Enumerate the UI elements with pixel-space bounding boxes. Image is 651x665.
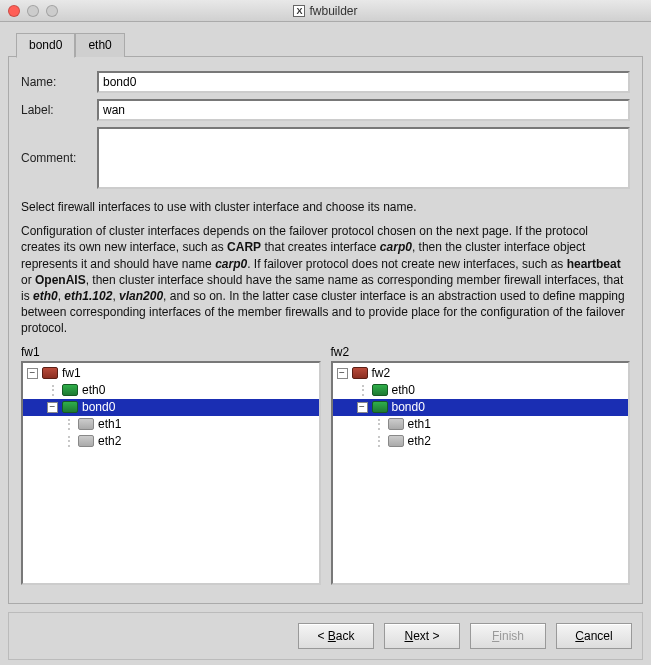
interface-icon bbox=[372, 384, 388, 396]
expander-icon[interactable]: − bbox=[357, 402, 368, 413]
label-input[interactable] bbox=[97, 99, 630, 121]
tree-row-root[interactable]: − fw1 bbox=[23, 365, 319, 382]
tree-row-if[interactable]: ⋮ eth0 bbox=[23, 382, 319, 399]
sub-interface-icon bbox=[388, 418, 404, 430]
tree-guide: ⋮ bbox=[373, 417, 384, 431]
tree-item-label: bond0 bbox=[82, 400, 115, 414]
tree-item-label: eth1 bbox=[98, 417, 121, 431]
tree-guide: ⋮ bbox=[373, 434, 384, 448]
close-window-button[interactable] bbox=[8, 5, 20, 17]
titlebar: X fwbuilder bbox=[0, 0, 651, 22]
expander-icon[interactable]: − bbox=[337, 368, 348, 379]
tree-guide: ⋮ bbox=[357, 383, 368, 397]
tree-item-label: eth1 bbox=[408, 417, 431, 431]
tree-row-sub[interactable]: ⋮ eth1 bbox=[23, 416, 319, 433]
firewall-icon bbox=[352, 367, 368, 379]
tree-item-label: eth2 bbox=[408, 434, 431, 448]
tree-row-if[interactable]: ⋮ eth0 bbox=[333, 382, 629, 399]
tree-row-if-selected[interactable]: − bond0 bbox=[23, 399, 319, 416]
desc-line1: Select firewall interfaces to use with c… bbox=[21, 199, 630, 215]
firewall-icon bbox=[42, 367, 58, 379]
tree-row-sub[interactable]: ⋮ eth2 bbox=[333, 433, 629, 450]
tree-left[interactable]: − fw1 ⋮ eth0 − bond0 bbox=[21, 361, 321, 585]
tree-item-label: fw2 bbox=[372, 366, 391, 380]
expander-icon[interactable]: − bbox=[27, 368, 38, 379]
tree-row-if-selected[interactable]: − bond0 bbox=[333, 399, 629, 416]
tree-guide: ⋮ bbox=[47, 383, 58, 397]
interface-icon bbox=[62, 401, 78, 413]
tree-item-label: eth2 bbox=[98, 434, 121, 448]
tree-item-label: bond0 bbox=[392, 400, 425, 414]
tree-right[interactable]: − fw2 ⋮ eth0 − bond0 bbox=[331, 361, 631, 585]
tree-row-sub[interactable]: ⋮ eth1 bbox=[333, 416, 629, 433]
tree-row-sub[interactable]: ⋮ eth2 bbox=[23, 433, 319, 450]
tree-right-label: fw2 bbox=[331, 345, 631, 359]
minimize-window-button[interactable] bbox=[27, 5, 39, 17]
tree-item-label: fw1 bbox=[62, 366, 81, 380]
window-controls bbox=[0, 5, 58, 17]
zoom-window-button[interactable] bbox=[46, 5, 58, 17]
app-icon: X bbox=[293, 5, 305, 17]
tab-bond0[interactable]: bond0 bbox=[16, 33, 75, 58]
tree-item-label: eth0 bbox=[392, 383, 415, 397]
tree-left-label: fw1 bbox=[21, 345, 321, 359]
sub-interface-icon bbox=[388, 435, 404, 447]
finish-button: Finish bbox=[470, 623, 546, 649]
interface-icon bbox=[62, 384, 78, 396]
next-button[interactable]: Next > bbox=[384, 623, 460, 649]
description-text: Select firewall interfaces to use with c… bbox=[21, 199, 630, 337]
tree-guide: ⋮ bbox=[63, 434, 74, 448]
window-title: fwbuilder bbox=[309, 4, 357, 18]
back-button[interactable]: < Back bbox=[298, 623, 374, 649]
wizard-panel: Name: Label: Comment: Select firewall in… bbox=[8, 56, 643, 604]
name-label: Name: bbox=[21, 75, 91, 89]
label-label: Label: bbox=[21, 103, 91, 117]
desc-para: Configuration of cluster interfaces depe… bbox=[21, 223, 630, 336]
name-input[interactable] bbox=[97, 71, 630, 93]
cancel-button[interactable]: Cancel bbox=[556, 623, 632, 649]
tree-item-label: eth0 bbox=[82, 383, 105, 397]
sub-interface-icon bbox=[78, 435, 94, 447]
sub-interface-icon bbox=[78, 418, 94, 430]
wizard-button-bar: < Back Next > Finish Cancel bbox=[8, 612, 643, 660]
tab-bar: bond0 eth0 bbox=[16, 33, 643, 57]
tab-eth0[interactable]: eth0 bbox=[75, 33, 124, 57]
comment-textarea[interactable] bbox=[97, 127, 630, 189]
comment-label: Comment: bbox=[21, 151, 91, 165]
tree-guide: ⋮ bbox=[63, 417, 74, 431]
tree-row-root[interactable]: − fw2 bbox=[333, 365, 629, 382]
expander-icon[interactable]: − bbox=[47, 402, 58, 413]
interface-icon bbox=[372, 401, 388, 413]
